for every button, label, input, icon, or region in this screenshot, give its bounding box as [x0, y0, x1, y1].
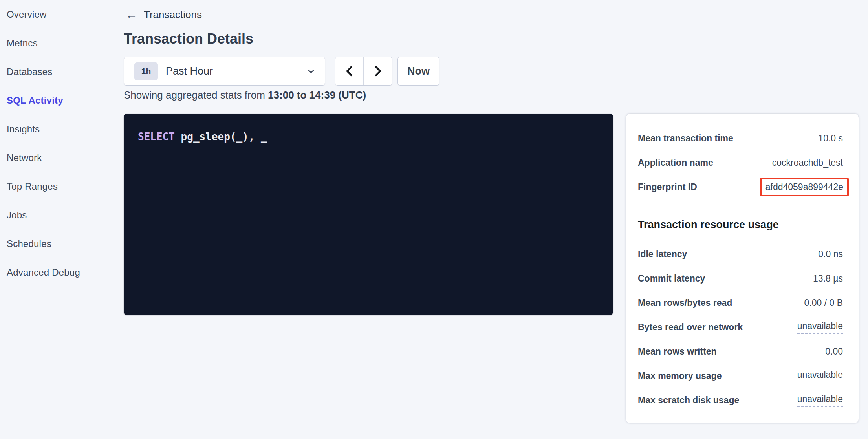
- time-interval-dropdown[interactable]: 1h Past Hour: [124, 57, 325, 86]
- max-scratch-disk-usage-row: Max scratch disk usage unavailable: [638, 388, 843, 412]
- aggregation-range-text: Showing aggregated stats from 13:00 to 1…: [124, 89, 366, 101]
- sidebar-item-network[interactable]: Network: [0, 143, 118, 172]
- row-label: Idle latency: [638, 249, 687, 260]
- now-button[interactable]: Now: [397, 57, 439, 86]
- sidebar-item-databases[interactable]: Databases: [0, 57, 118, 86]
- chevron-left-icon: [344, 64, 355, 78]
- max-memory-usage-value[interactable]: unavailable: [797, 369, 843, 382]
- chevron-right-icon: [372, 64, 384, 78]
- row-label: Mean rows/bytes read: [638, 298, 732, 308]
- sidebar-item-top-ranges[interactable]: Top Ranges: [0, 172, 118, 201]
- row-label: Max scratch disk usage: [638, 395, 739, 406]
- commit-latency-value: 13.8 µs: [813, 273, 843, 284]
- bytes-read-over-network-value[interactable]: unavailable: [797, 321, 843, 334]
- aggregation-range-value: 13:00 to 14:39 (UTC): [268, 89, 366, 101]
- card-divider: [638, 207, 843, 207]
- page-title: Transaction Details: [124, 31, 253, 47]
- sql-body: pg_sleep(_), _: [175, 131, 267, 143]
- previous-time-window-button[interactable]: [335, 57, 364, 85]
- idle-latency-value: 0.0 ns: [818, 249, 843, 260]
- mean-transaction-time-row: Mean transaction time 10.0 s: [638, 126, 843, 150]
- sidebar-item-insights[interactable]: Insights: [0, 115, 118, 143]
- sidebar-item-advanced-debug[interactable]: Advanced Debug: [0, 258, 118, 287]
- row-label: Mean rows written: [638, 346, 717, 357]
- interval-badge: 1h: [134, 62, 158, 80]
- max-memory-usage-row: Max memory usage unavailable: [638, 364, 843, 388]
- breadcrumb[interactable]: ← Transactions: [126, 9, 202, 21]
- resource-usage-section-title: Transaction resource usage: [638, 217, 843, 232]
- mean-rows-bytes-read-value: 0.00 / 0 B: [804, 298, 843, 308]
- time-toolbar: 1h Past Hour: [124, 57, 439, 86]
- fingerprint-id-row: Fingerprint ID afdd4059a899442e: [638, 175, 843, 199]
- mean-rows-written-row: Mean rows written 0.00: [638, 339, 843, 364]
- sidebar-item-overview[interactable]: Overview: [0, 0, 118, 29]
- time-window-nav: [335, 57, 392, 86]
- interval-label: Past Hour: [166, 65, 213, 77]
- transaction-details-page: Overview Metrics Databases SQL Activity …: [0, 0, 868, 439]
- application-name-row: Application name cockroachdb_test: [638, 150, 843, 175]
- mean-rows-written-value: 0.00: [825, 346, 843, 357]
- sidebar-item-sql-activity[interactable]: SQL Activity: [0, 86, 118, 115]
- chevron-down-icon: [306, 66, 316, 76]
- fingerprint-id-value: afdd4059a899442e: [765, 182, 843, 192]
- row-label: Mean transaction time: [638, 133, 733, 144]
- sidebar-item-metrics[interactable]: Metrics: [0, 29, 118, 57]
- bytes-read-over-network-row: Bytes read over network unavailable: [638, 315, 843, 339]
- row-label: Bytes read over network: [638, 322, 743, 333]
- back-arrow-icon[interactable]: ←: [126, 9, 137, 21]
- breadcrumb-label[interactable]: Transactions: [144, 9, 202, 21]
- sidebar-item-jobs[interactable]: Jobs: [0, 201, 118, 229]
- sidebar-item-schedules[interactable]: Schedules: [0, 229, 118, 258]
- application-name-value: cockroachdb_test: [772, 157, 843, 168]
- transaction-summary-card: Mean transaction time 10.0 s Application…: [626, 114, 859, 423]
- sql-statement-box: SELECT pg_sleep(_), _: [124, 114, 613, 315]
- row-label: Fingerprint ID: [638, 182, 697, 192]
- sidebar-nav: Overview Metrics Databases SQL Activity …: [0, 0, 118, 439]
- row-label: Application name: [638, 157, 713, 168]
- aggregation-range-prefix: Showing aggregated stats from: [124, 89, 268, 101]
- sql-keyword: SELECT: [138, 131, 175, 143]
- next-time-window-button[interactable]: [364, 57, 392, 85]
- resource-usage-rows: Idle latency 0.0 ns Commit latency 13.8 …: [638, 242, 843, 412]
- row-label: Commit latency: [638, 273, 705, 284]
- mean-transaction-time-value: 10.0 s: [818, 133, 843, 144]
- annotation-highlight-box: afdd4059a899442e: [760, 178, 849, 196]
- sql-statement: SELECT pg_sleep(_), _: [138, 130, 599, 144]
- max-scratch-disk-usage-value[interactable]: unavailable: [797, 394, 843, 407]
- commit-latency-row: Commit latency 13.8 µs: [638, 266, 843, 291]
- mean-rows-bytes-read-row: Mean rows/bytes read 0.00 / 0 B: [638, 291, 843, 315]
- row-label: Max memory usage: [638, 371, 722, 381]
- idle-latency-row: Idle latency 0.0 ns: [638, 242, 843, 266]
